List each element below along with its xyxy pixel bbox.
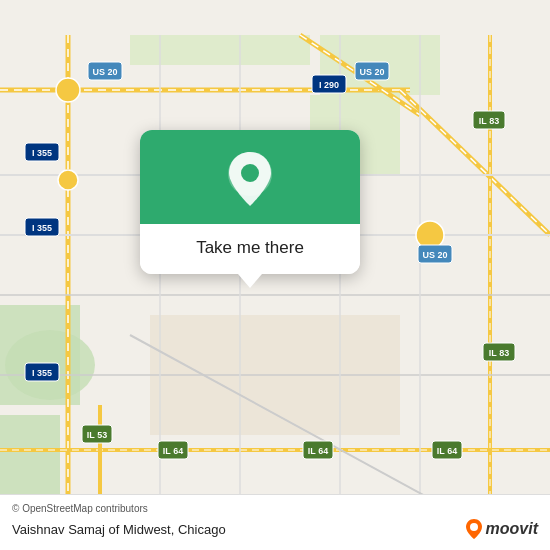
svg-text:I 355: I 355 (32, 368, 52, 378)
svg-rect-1 (130, 35, 310, 65)
svg-text:I 290: I 290 (319, 80, 339, 90)
moovit-pin-icon (465, 518, 483, 540)
svg-rect-0 (0, 35, 550, 515)
svg-text:US 20: US 20 (359, 67, 384, 77)
svg-text:IL 64: IL 64 (163, 446, 183, 456)
map-container: US 20 US 20 US 20 I 355 I 355 I 355 I 29… (0, 0, 550, 550)
svg-text:IL 83: IL 83 (489, 348, 509, 358)
svg-text:I 355: I 355 (32, 148, 52, 158)
svg-text:IL 53: IL 53 (87, 430, 107, 440)
popup-header (140, 130, 360, 224)
location-info: Vaishnav Samaj of Midwest, Chicago moovi… (12, 518, 538, 540)
svg-text:IL 64: IL 64 (308, 446, 328, 456)
svg-text:IL 83: IL 83 (479, 116, 499, 126)
svg-text:US 20: US 20 (92, 67, 117, 77)
road-network: US 20 US 20 US 20 I 355 I 355 I 355 I 29… (0, 0, 550, 550)
moovit-logo: moovit (465, 518, 538, 540)
svg-text:IL 64: IL 64 (437, 446, 457, 456)
take-me-there-button[interactable]: Take me there (196, 238, 304, 257)
svg-point-60 (241, 164, 259, 182)
popup-content: Take me there (140, 224, 360, 274)
popup-card: Take me there (140, 130, 360, 274)
svg-text:US 20: US 20 (422, 250, 447, 260)
bottom-bar: © OpenStreetMap contributors Vaishnav Sa… (0, 494, 550, 550)
map-attribution: © OpenStreetMap contributors (12, 503, 538, 514)
svg-text:I 355: I 355 (32, 223, 52, 233)
svg-rect-4 (0, 415, 60, 495)
location-pin-icon (224, 148, 276, 210)
svg-point-30 (56, 78, 80, 102)
moovit-brand-text: moovit (486, 520, 538, 538)
svg-point-31 (58, 170, 78, 190)
popup-tail (238, 274, 262, 288)
svg-point-61 (470, 523, 478, 531)
location-name: Vaishnav Samaj of Midwest, Chicago (12, 522, 226, 537)
